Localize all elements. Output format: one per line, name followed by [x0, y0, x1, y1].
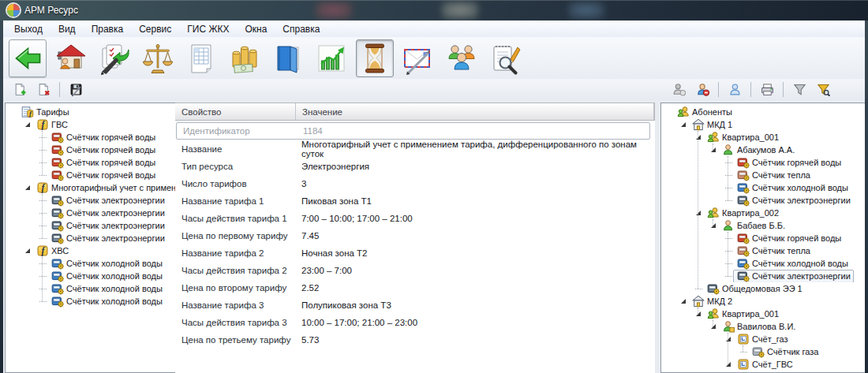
abonents-button[interactable]: [443, 39, 481, 77]
expander-icon[interactable]: [709, 322, 718, 331]
tree-item[interactable]: Счётчик электроэнергии: [6, 232, 175, 244]
expander-icon[interactable]: [694, 309, 703, 319]
expander-icon[interactable]: [709, 221, 718, 230]
property-row[interactable]: Цена по второму тарифу2.52: [175, 279, 655, 297]
menu-item-exit[interactable]: Выход: [6, 22, 51, 36]
property-row[interactable]: НазваниеМноготарифный учет с применением…: [175, 140, 655, 158]
tree-item[interactable]: Счётчик холодной воды: [6, 270, 175, 282]
tree-item[interactable]: fМноготарифный учет с применен: [6, 181, 175, 194]
expander-icon[interactable]: [724, 334, 733, 344]
property-row[interactable]: Идентификатор1184: [176, 122, 650, 140]
tree-item[interactable]: Вавилова В.И.: [661, 320, 865, 333]
tree-item[interactable]: Счётчик холодной воды: [6, 257, 175, 270]
column-header-value[interactable]: Значение: [296, 103, 654, 120]
add-abonent-button[interactable]: [668, 80, 689, 99]
home-button[interactable]: [52, 39, 90, 77]
expander-icon[interactable]: [709, 145, 718, 155]
tree-item[interactable]: Счётчик электроэнергии: [6, 207, 175, 219]
property-name: Часы действия тарифа 2: [175, 266, 295, 275]
tree-item[interactable]: Счёт_ГВС: [661, 358, 865, 371]
tree-item[interactable]: fГВС: [6, 118, 175, 131]
tree-item[interactable]: fХВС: [6, 244, 175, 257]
property-row[interactable]: Часы действия тарифа 17:00 – 10:00; 17:0…: [175, 210, 655, 227]
expander-icon[interactable]: [23, 183, 32, 192]
expander-icon[interactable]: [694, 208, 703, 218]
menu-item-windows[interactable]: Окна: [237, 22, 275, 36]
tree-item-label: Абакумов А.А.: [737, 145, 795, 155]
menu-item-view[interactable]: Вид: [51, 22, 84, 36]
ledger-button[interactable]: [269, 39, 307, 77]
report-search-button[interactable]: [486, 39, 524, 77]
history-button[interactable]: [356, 39, 394, 77]
expander-icon[interactable]: [694, 132, 703, 142]
property-name: Число тарифов: [175, 179, 295, 188]
tree-item[interactable]: МКД 2: [661, 295, 865, 308]
expander-icon[interactable]: [23, 246, 32, 256]
property-row[interactable]: Название тарифа 2Ночная зона Т2: [175, 244, 655, 262]
tree-item[interactable]: Счётчик тепла: [661, 244, 865, 257]
tree-item[interactable]: Абакумов А.А.: [661, 144, 865, 156]
tree-item[interactable]: Счётчик газа: [661, 345, 865, 358]
tree-item[interactable]: Счётчик горячей воды: [6, 144, 175, 156]
expander-icon[interactable]: [679, 120, 688, 129]
tree-item[interactable]: Счётчик холодной воды: [661, 181, 865, 194]
table-button[interactable]: [182, 39, 220, 77]
tree-item[interactable]: Счётчик электроэнергии: [6, 219, 175, 232]
menu-item-edit[interactable]: Правка: [84, 22, 132, 36]
print-button[interactable]: [757, 80, 777, 99]
title-bar[interactable]: АРМ Ресурс: [0, 0, 868, 21]
tree-item[interactable]: Квартира_001: [661, 131, 865, 144]
money-button[interactable]: [226, 39, 264, 77]
save-button[interactable]: [65, 80, 86, 99]
tree-item[interactable]: Счётчик холодной воды: [6, 295, 175, 308]
mail-button[interactable]: [399, 39, 437, 77]
tree-item[interactable]: Счётчик холодной воды: [6, 282, 175, 295]
tree-item-label: Счётчик холодной воды: [66, 259, 163, 268]
add-tariff-button[interactable]: [9, 80, 30, 99]
expander-icon[interactable]: [679, 297, 688, 306]
remove-abonent-button[interactable]: [692, 80, 713, 99]
tree-item[interactable]: Счётчик горячей воды: [6, 131, 175, 144]
tree-item[interactable]: Квартира_001: [661, 308, 865, 320]
tree-item[interactable]: fТарифы: [6, 106, 175, 118]
delete-tariff-button[interactable]: [33, 80, 54, 99]
property-row[interactable]: Часы действия тарифа 223:00 – 7:00: [175, 262, 655, 279]
property-row[interactable]: Цена по третьему тарифу5.73: [175, 331, 655, 349]
filter-button[interactable]: [789, 80, 810, 99]
expander-icon[interactable]: [724, 360, 733, 369]
save-floppy-icon: [69, 83, 83, 96]
edit-docs-button[interactable]: [95, 39, 133, 77]
tree-item[interactable]: Общедомовая ЭЭ 1: [661, 282, 865, 295]
tree-item[interactable]: Счётчик горячей воды: [661, 232, 865, 244]
filter-search-button[interactable]: [813, 80, 833, 99]
property-row[interactable]: Число тарифов3: [175, 175, 655, 192]
menu-item-gis-zhkh[interactable]: ГИС ЖКХ: [179, 22, 237, 36]
tree-item[interactable]: Счётчик электроэнергии: [6, 194, 175, 207]
tree-item[interactable]: Бабаев Б.Б.: [661, 219, 865, 232]
tree-item[interactable]: Счётчик электроэнергии: [661, 194, 865, 207]
tree-item[interactable]: Счётчик тепла: [661, 169, 865, 181]
tree-item[interactable]: Счётчик горячей воды: [6, 156, 175, 169]
meter-electric-icon: [737, 194, 750, 207]
menu-item-service[interactable]: Сервис: [131, 22, 179, 36]
tariffs-button[interactable]: [139, 39, 177, 77]
tree-item[interactable]: МКД 1: [661, 118, 865, 131]
property-row[interactable]: Тип ресурсаЭлектроэнергия: [175, 158, 655, 175]
tree-item[interactable]: Счёт_газ: [661, 333, 865, 345]
column-header-property[interactable]: Свойство: [175, 103, 296, 120]
tree-item[interactable]: Счётчик горячей воды: [661, 156, 865, 169]
tree-item[interactable]: Квартира_002: [661, 207, 865, 219]
tree-item[interactable]: Счётчик электроэнергии: [661, 270, 865, 282]
expander-icon[interactable]: [23, 120, 32, 129]
property-row[interactable]: Цена по первому тарифу7.45: [175, 227, 655, 244]
property-row[interactable]: Часы действия тарифа 310:00 – 17:00; 21:…: [175, 314, 655, 331]
abonent-card-button[interactable]: [724, 80, 745, 99]
property-row[interactable]: Название тарифа 3Полупиковая зона Т3: [175, 297, 655, 314]
tree-item[interactable]: Счётчик холодной воды: [661, 257, 865, 270]
charts-button[interactable]: [312, 39, 350, 77]
property-row[interactable]: Название тарифа 1Пиковая зона Т1: [175, 192, 655, 210]
tree-item[interactable]: Абоненты: [661, 106, 865, 118]
menu-item-help[interactable]: Справка: [275, 22, 327, 36]
tree-item[interactable]: Счётчик горячей воды: [6, 169, 175, 181]
back-button[interactable]: [9, 39, 47, 77]
